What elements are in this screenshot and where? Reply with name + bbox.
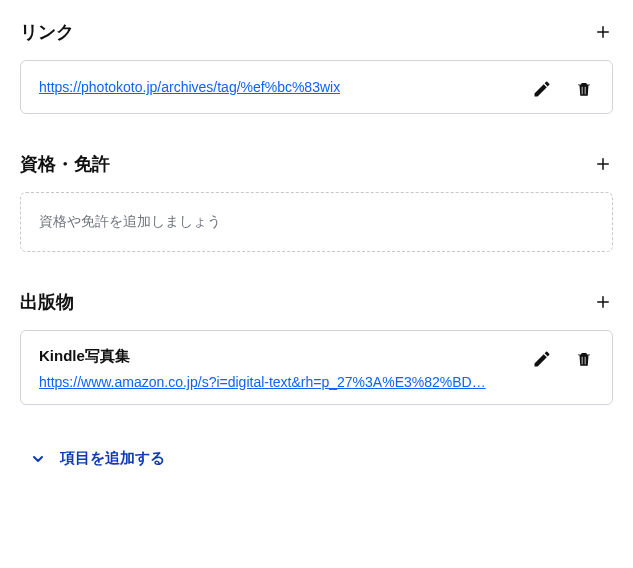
publication-item-content: Kindle写真集 https://www.amazon.co.jp/s?i=d… (39, 347, 520, 390)
add-section-button[interactable]: 項目を追加する (20, 443, 613, 474)
delete-link-button[interactable] (574, 79, 594, 99)
publications-section-title: 出版物 (20, 290, 74, 314)
publication-underline: https://www.amazon.co.jp/s?i=digital-tex… (39, 372, 486, 390)
publication-item-actions (532, 347, 594, 369)
plus-icon (594, 155, 612, 173)
add-license-button[interactable] (593, 154, 613, 174)
pencil-icon (532, 79, 552, 99)
licenses-section: 資格・免許 資格や免許を追加しましょう (20, 152, 613, 252)
publication-url[interactable]: https://www.amazon.co.jp/s?i=digital-tex… (39, 374, 486, 390)
add-publication-button[interactable] (593, 292, 613, 312)
link-item-actions (532, 77, 594, 99)
trash-icon (575, 79, 593, 99)
add-link-button[interactable] (593, 22, 613, 42)
edit-publication-button[interactable] (532, 349, 552, 369)
publications-section: 出版物 Kindle写真集 https://www.amazon.co.jp/s… (20, 290, 613, 405)
delete-publication-button[interactable] (574, 349, 594, 369)
publication-item-card: Kindle写真集 https://www.amazon.co.jp/s?i=d… (20, 330, 613, 405)
licenses-placeholder-text: 資格や免許を追加しましょう (39, 213, 221, 229)
chevron-down-icon (30, 451, 46, 467)
add-section-label: 項目を追加する (60, 449, 165, 468)
pencil-icon (532, 349, 552, 369)
link-item-content: https://photokoto.jp/archives/tag/%ef%bc… (39, 77, 520, 95)
link-item-row: https://photokoto.jp/archives/tag/%ef%bc… (39, 77, 594, 99)
link-url[interactable]: https://photokoto.jp/archives/tag/%ef%bc… (39, 79, 340, 95)
licenses-placeholder-card[interactable]: 資格や免許を追加しましょう (20, 192, 613, 252)
licenses-section-title: 資格・免許 (20, 152, 110, 176)
publication-title: Kindle写真集 (39, 347, 520, 366)
edit-link-button[interactable] (532, 79, 552, 99)
publications-section-header: 出版物 (20, 290, 613, 314)
plus-icon (594, 23, 612, 41)
links-section: リンク https://photokoto.jp/archives/tag/%e… (20, 20, 613, 114)
trash-icon (575, 349, 593, 369)
licenses-section-header: 資格・免許 (20, 152, 613, 176)
plus-icon (594, 293, 612, 311)
links-section-title: リンク (20, 20, 74, 44)
publication-item-row: Kindle写真集 https://www.amazon.co.jp/s?i=d… (39, 347, 594, 390)
link-underline: https://photokoto.jp/archives/tag/%ef%bc… (39, 77, 340, 95)
links-section-header: リンク (20, 20, 613, 44)
link-item-card: https://photokoto.jp/archives/tag/%ef%bc… (20, 60, 613, 114)
